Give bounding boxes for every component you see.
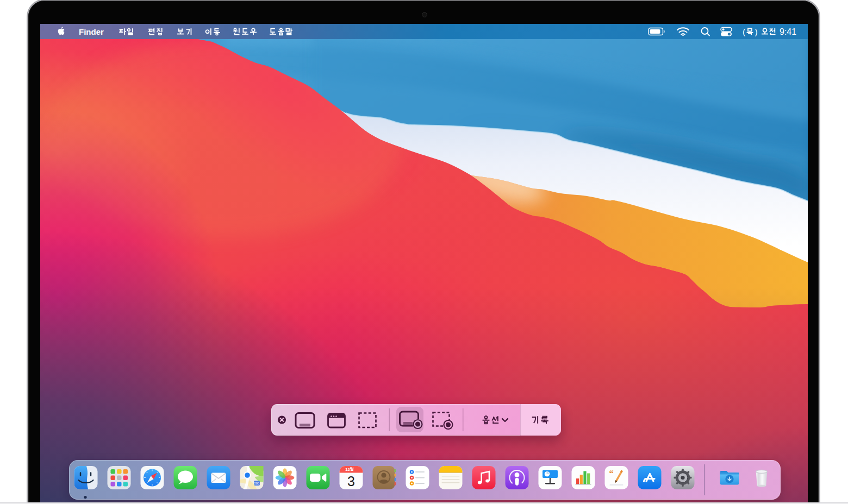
svg-text:(: ( [743, 27, 746, 36]
svg-text:12: 12 [345, 467, 350, 472]
svg-text:“: “ [609, 469, 614, 478]
svg-text:Finder: Finder [79, 27, 104, 36]
svg-text:3: 3 [347, 474, 355, 489]
svg-text:): ) [755, 27, 758, 36]
svg-text:9:41: 9:41 [780, 27, 796, 36]
svg-text:280: 280 [254, 482, 260, 485]
